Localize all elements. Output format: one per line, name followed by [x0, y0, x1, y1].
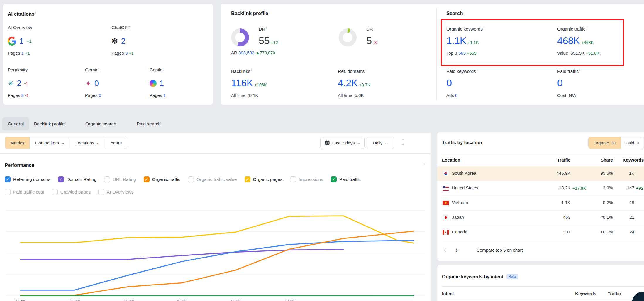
column-header-location: Location	[442, 157, 460, 162]
granularity-button[interactable]: Daily⌄	[367, 137, 394, 149]
chatgpt-icon: ✻	[111, 37, 118, 46]
keywords-by-intent-title: Organic keywords by intentBeta	[442, 274, 518, 280]
locations-filter-button[interactable]: Locations⌄	[70, 137, 105, 149]
ar-line: AR 393,593 ▲770,070	[231, 50, 275, 55]
checkbox-organic-pages[interactable]: Organic pages	[245, 176, 283, 182]
toggle-paid[interactable]: Paid0	[621, 137, 644, 149]
flag-japan-icon	[443, 215, 449, 221]
card-section-divider	[436, 8, 437, 100]
keywords-count-link[interactable]: 19	[590, 200, 634, 205]
ar-rank-link[interactable]: 393,593	[238, 50, 254, 55]
search-title: Search	[446, 11, 463, 16]
checkbox-referring-domains[interactable]: Referring domains	[5, 176, 50, 182]
next-page-chevron-icon[interactable]: ›	[455, 246, 458, 253]
collapse-chevron-icon[interactable]: ⌃	[422, 163, 426, 168]
prev-page-chevron-icon[interactable]: ‹	[444, 246, 446, 253]
keywords-count-link[interactable]: 24	[590, 229, 634, 234]
dr-metric: DRi 55 +12	[259, 24, 329, 54]
backlink-and-search-card: Backlink profile DRi 55 +12 AR 393,593 ▲…	[221, 4, 644, 105]
gemini-count: 0	[94, 79, 99, 88]
paid-traffic-metric: Paid traffici 0 Cost N/A	[557, 67, 644, 105]
info-icon[interactable]: i	[266, 26, 267, 29]
date-range-button[interactable]: Last 7 days⌄	[320, 137, 365, 149]
ads-count-link[interactable]: 0	[455, 93, 457, 98]
backlinks-value-link[interactable]: 116K	[231, 77, 253, 88]
svg-text:27 Jan: 27 Jan	[15, 299, 26, 301]
filter-segmented-control: Metrics Competitors⌄ Locations⌄ Years	[5, 137, 127, 149]
info-icon[interactable]: i	[365, 68, 366, 72]
column-header-keywords: Keywords	[567, 291, 596, 296]
traffic-by-location-card: Traffic by location Organic30 Paid0 Loca…	[437, 132, 644, 261]
dr-donut	[231, 28, 249, 46]
info-icon[interactable]: i	[35, 11, 36, 14]
google-icon	[8, 37, 16, 46]
metrics-filter-button[interactable]: Metrics	[5, 137, 30, 149]
checkbox-paid-traffic[interactable]: Paid traffic	[331, 176, 361, 182]
tab-general[interactable]: General	[2, 117, 29, 130]
ur-donut	[339, 28, 357, 46]
ai-citations-title: AI citationsi	[8, 11, 36, 17]
info-icon[interactable]: i	[477, 68, 477, 72]
table-row-canada[interactable]: ✶ Canada 397 <0.1% 24	[437, 225, 644, 240]
divider	[442, 240, 644, 240]
toggle-organic[interactable]: Organic30	[589, 137, 621, 149]
column-header-traffic: Traffic	[597, 291, 621, 296]
paid-traffic-value: 0	[557, 77, 562, 88]
ref-domains-value-link[interactable]: 4.2K	[338, 77, 358, 88]
flag-canada-icon: ✶	[443, 230, 449, 236]
keywords-count-link[interactable]: 21	[590, 215, 634, 220]
keywords-by-intent-card: Organic keywords by intentBeta Intent Ke…	[437, 265, 644, 301]
divider	[442, 286, 644, 287]
flag-south-korea-icon	[443, 171, 449, 177]
chatgpt-count: 2	[121, 37, 126, 46]
tab-organic-search[interactable]: Organic search	[85, 117, 116, 130]
paid-keywords-metric: Paid keywordsi 0 Ads 0	[446, 67, 543, 105]
tab-paid-search[interactable]: Paid search	[137, 117, 161, 130]
compare-top5-link[interactable]: Compare top 5 on chart	[477, 248, 523, 253]
chatgpt-metric: ChatGPT ✻ 2 Pages 3 +1	[111, 24, 199, 63]
table-row-south-korea[interactable]: South Korea 446.9K 95.5% 1K	[437, 166, 644, 181]
perplexity-count: 2	[17, 79, 21, 88]
ref-domains-metric: Ref. domainsi 4.2K +3.7K All time 5.6K	[338, 67, 426, 102]
copilot-count: 1	[160, 79, 164, 88]
pages-count-link[interactable]: 3	[21, 93, 24, 98]
ai-overview-count: 1	[19, 37, 24, 46]
organic-paid-toggle: Organic30 Paid0	[588, 137, 644, 149]
keywords-count-link[interactable]: 1K	[590, 171, 634, 176]
table-row-japan[interactable]: Japan 463 <0.1% 21	[437, 210, 644, 225]
years-filter-button[interactable]: Years	[105, 137, 127, 149]
divider	[442, 153, 644, 153]
chevron-down-icon: ⌄	[61, 141, 65, 145]
pages-count-link[interactable]: 1	[21, 51, 24, 56]
beta-badge: Beta	[506, 274, 518, 279]
checkbox-domain-rating[interactable]: Domain Rating	[58, 176, 97, 182]
chevron-down-icon: ⌄	[385, 141, 388, 145]
more-options-menu[interactable]: ⋮	[399, 139, 406, 144]
pages-count-link[interactable]: 1	[163, 93, 166, 98]
table-row-vietnam[interactable]: ★ Vietnam 1.1K 0.2% 19	[437, 196, 644, 210]
checkbox-impressions[interactable]: Impressions	[290, 176, 323, 182]
flag-united-states-icon	[443, 186, 449, 192]
ai-overview-metric: AI Overview 1 +1 Pages 1 +1	[8, 24, 104, 63]
dashboard: AI citationsi AI Overview 1 +1 Pages 1 +…	[0, 0, 644, 301]
metric-checkbox-row-1: Referring domains Domain Rating URL Rati…	[5, 176, 361, 182]
pages-count-link[interactable]: 0	[99, 93, 101, 98]
info-icon[interactable]: i	[579, 68, 580, 72]
pages-count-link[interactable]: 3	[125, 51, 128, 56]
checkbox-organic-traffic-value[interactable]: Organic traffic value	[188, 176, 237, 182]
table-row-united-states[interactable]: United States 18.2K +17.8K 3.9% 147 +92	[437, 181, 644, 196]
checkbox-url-rating[interactable]: URL Rating	[104, 176, 136, 182]
competitors-filter-button[interactable]: Competitors⌄	[30, 137, 70, 149]
copilot-icon	[150, 80, 157, 87]
flag-vietnam-icon: ★	[443, 201, 449, 206]
tab-backlink-profile[interactable]: Backlink profile	[34, 117, 65, 130]
keywords-count-link[interactable]: 147	[590, 185, 634, 190]
annotation-red-box	[441, 19, 624, 66]
column-header-intent: Intent	[442, 291, 454, 296]
checkbox-organic-traffic[interactable]: Organic traffic	[144, 176, 180, 182]
perplexity-icon: ✳	[8, 79, 14, 88]
info-icon[interactable]: i	[374, 26, 374, 29]
info-icon[interactable]: i	[251, 68, 252, 72]
paid-keywords-value: 0	[446, 77, 452, 88]
svg-text:1 Feb: 1 Feb	[284, 299, 294, 301]
